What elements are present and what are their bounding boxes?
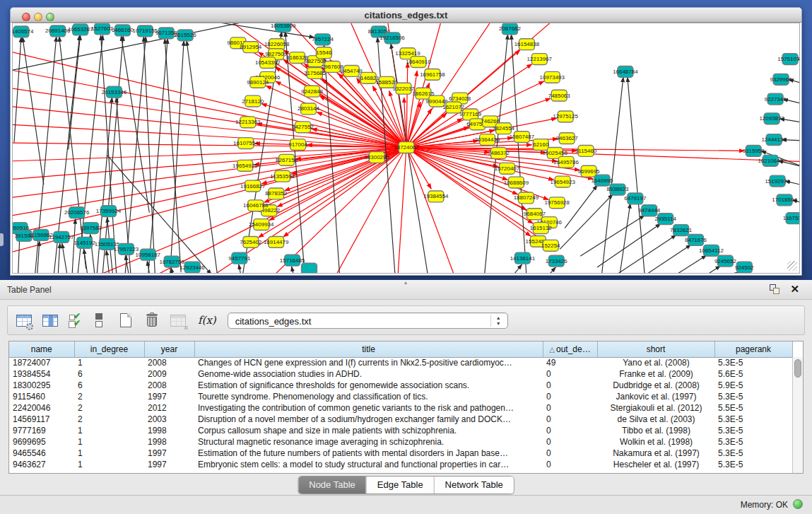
network-edge[interactable] [187,41,221,273]
network-node[interactable]: 1640995 [592,175,614,186]
table-cell[interactable]: 9115460 [9,391,74,402]
table-cell[interactable]: 6 [74,380,144,391]
network-node[interactable]: 917004 [288,139,307,151]
table-cell[interactable]: 5.3E-5 [714,357,792,368]
network-edge[interactable] [628,77,647,273]
network-node[interactable]: 2803144 [298,103,320,115]
select-columns-icon[interactable] [40,310,60,330]
network-edge[interactable] [406,71,417,147]
table-browser-icon[interactable] [14,310,34,330]
table-cell[interactable]: Jankovic et al. (1997) [597,391,714,402]
network-edge[interactable] [630,245,691,273]
network-node[interactable]: 7957224 [312,34,334,45]
window-resize-grip[interactable] [787,261,797,271]
network-node[interactable]: 10654112 [699,245,724,256]
table-cell[interactable]: de Silva et al. (2003) [597,414,714,425]
network-edge[interactable] [616,204,630,273]
network-node[interactable]: 20206576 [64,207,90,218]
network-node[interactable]: 7625402 [240,236,262,247]
table-cell[interactable]: 1 [74,436,144,448]
network-node[interactable]: 1527607 [91,23,114,35]
network-node[interactable]: 8471676 [685,234,707,245]
table-cell[interactable]: Nakamura et al. (1997) [597,448,714,459]
table-cell[interactable]: 2009 [144,368,194,380]
table-cell[interactable]: 9777169 [9,425,74,436]
splitter-grip[interactable]: ▴ [402,281,409,285]
network-node[interactable]: 16053809 [271,23,296,32]
table-cell[interactable]: 5.5E-5 [714,402,792,414]
table-cell[interactable]: Changes of HCN gene expression and I(f) … [194,357,543,368]
column-header-name[interactable]: name [9,341,74,357]
network-node[interactable]: 9227341 [765,93,787,105]
network-edge[interactable] [13,148,406,261]
network-edge[interactable] [406,63,408,148]
table-row[interactable]: 977716911998Corpus callosum shape and si… [9,425,792,436]
row-layout-icon[interactable] [93,310,104,330]
function-builder-icon[interactable]: f(x) [198,314,216,327]
table-cell[interactable]: 1998 [144,436,194,448]
table-cell[interactable]: Genome-wide association studies in ADHD. [194,368,543,380]
table-cell[interactable]: Franke et al. (2009) [597,368,714,380]
table-cell[interactable]: 1997 [144,459,194,470]
network-node[interactable]: 9463627 [556,133,579,144]
panel-collapse-handle[interactable] [0,233,4,246]
table-cell[interactable]: 0 [543,448,597,459]
table-cell[interactable]: Yano et al. (2008) [597,357,714,368]
network-edge[interactable] [490,264,522,273]
table-cell[interactable]: 5.3E-5 [714,391,792,402]
table-cell[interactable]: 1 [74,459,144,470]
table-cell[interactable]: 5.3E-5 [714,414,792,425]
table-cell[interactable]: 1 [74,357,144,368]
table-cell[interactable]: 49 [543,357,597,368]
network-graph[interactable]: 1872400718300295193845549860128891295418… [13,23,799,273]
table-cell[interactable]: 2008 [144,357,194,368]
network-node[interactable]: 9322037 [393,83,416,94]
network-node[interactable]: 16154838 [514,39,540,50]
table-cell[interactable]: 1997 [144,448,194,459]
table-cell[interactable]: 0 [543,380,597,391]
network-node[interactable]: 11405574 [13,26,34,37]
column-header-in_degree[interactable]: in_degree [74,341,144,357]
table-row[interactable]: 946554611997Estimation of the future num… [9,448,792,459]
table-cell[interactable]: 5.3E-5 [714,425,792,436]
table-cell[interactable]: 0 [543,368,597,380]
table-cell[interactable]: Estimation of the future numbers of pati… [194,448,543,459]
network-node[interactable]: 7485063 [548,90,571,101]
network-edge[interactable] [23,37,44,185]
network-node[interactable]: 1733426 [546,255,568,267]
table-cell[interactable]: 18724007 [9,357,74,368]
network-node[interactable]: 12093872 [759,113,784,124]
network-node[interactable]: 17359924 [96,206,122,217]
vertical-scrollbar[interactable] [792,357,803,473]
network-edge[interactable] [522,267,555,273]
network-node[interactable]: 9397587 [80,223,102,234]
table-cell[interactable]: Wolkin et al. (1998) [597,436,714,448]
table-cell[interactable]: Tibbo et al. (1998) [597,425,714,436]
network-edge[interactable] [511,35,528,273]
network-node[interactable]: 7832621 [670,225,693,236]
table-cell[interactable]: Corpus callosum shape and size in male p… [194,425,543,436]
table-cell[interactable]: 2 [74,402,144,414]
table-cell[interactable]: 2012 [144,402,194,414]
network-edge[interactable] [13,148,406,182]
network-window[interactable]: citations_edges.txt 18724007183002951938… [10,7,802,276]
network-node[interactable]: 2718120 [242,95,264,107]
network-edge[interactable] [292,267,300,273]
network-node[interactable]: 19166827 [240,180,266,192]
network-edge[interactable] [239,264,247,273]
table-cell[interactable]: 1 [74,425,144,436]
column-header-out_de[interactable]: △out_de… [543,341,597,357]
table-cell[interactable]: 6 [74,368,144,380]
network-node[interactable]: 15751074 [777,54,799,65]
network-node[interactable]: 16107554 [233,138,259,149]
table-cell[interactable]: 0 [543,414,597,425]
table-cell[interactable]: 5.6E-5 [714,368,792,380]
network-node[interactable]: 9457791 [228,252,251,264]
network-node[interactable]: 16648784 [613,66,638,77]
column-header-year[interactable]: year [144,341,194,357]
network-node[interactable]: 7486372 [488,148,510,159]
network-node[interactable]: 15716485 [280,255,305,266]
network-node[interactable]: 2087682 [499,23,522,35]
network-node[interactable]: 9215958 [743,146,765,157]
table-cell[interactable]: 9465546 [9,448,74,459]
